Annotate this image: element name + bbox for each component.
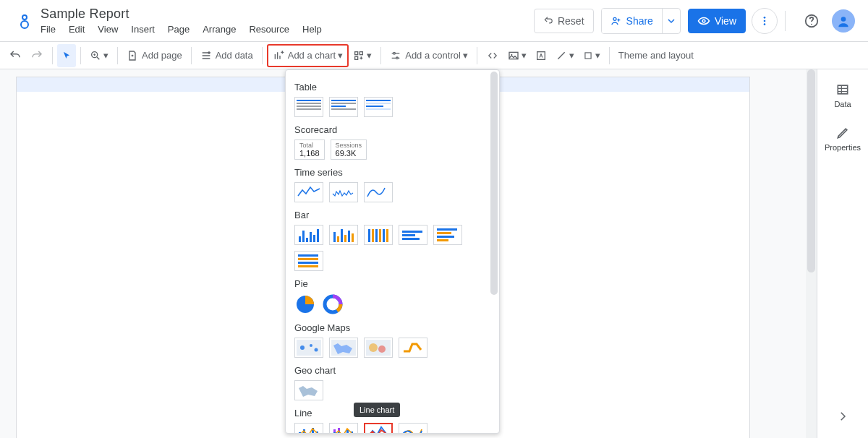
chart-type-sparkline[interactable] (329, 182, 358, 202)
account-button[interactable] (830, 8, 856, 34)
zoom-icon (90, 50, 101, 61)
menu-help[interactable]: Help (302, 24, 322, 35)
chart-type-time-series[interactable] (294, 182, 323, 202)
avatar-icon (832, 9, 855, 33)
svg-point-3 (702, 20, 705, 22)
svg-point-15 (396, 57, 399, 59)
category-scorecard: Scorecard (294, 124, 490, 135)
chart-type-smooth-time-series[interactable] (364, 182, 393, 202)
chart-type-filled-map[interactable] (329, 338, 358, 358)
menu-view[interactable]: View (98, 24, 118, 35)
doc-title[interactable]: Sample Report (41, 7, 322, 22)
add-page-button[interactable]: Add page (122, 44, 187, 67)
add-chart-button[interactable]: Add a chart▾ (267, 44, 349, 67)
add-chart-label: Add a chart (288, 50, 336, 61)
chart-type-bar[interactable] (399, 225, 427, 245)
chart-type-table-heatmap[interactable] (364, 97, 393, 117)
svg-point-4 (764, 17, 766, 19)
svg-rect-31 (401, 340, 425, 356)
text-button[interactable] (531, 44, 551, 67)
line-icon (556, 50, 567, 61)
more-options-button[interactable] (752, 8, 778, 34)
share-button-group: Share (601, 8, 681, 34)
scorecard-total-value: 1,168 (299, 149, 320, 158)
chart-type-scorecard[interactable]: Total 1,168 (294, 139, 325, 160)
theme-layout-button[interactable]: Theme and layout (614, 44, 698, 67)
svg-point-29 (369, 343, 378, 352)
chart-type-column[interactable] (294, 225, 323, 245)
properties-panel-button[interactable]: Properties (825, 126, 861, 152)
chart-type-geo[interactable] (294, 380, 323, 400)
toolbar: ▾ Add page Add data Add a chart▾ ▾ Add a… (0, 42, 868, 69)
chart-type-pie[interactable] (294, 293, 316, 315)
chart-type-100-stacked-bar[interactable] (294, 251, 323, 271)
help-button[interactable] (799, 8, 825, 34)
selection-tool-button[interactable] (57, 44, 76, 67)
text-icon (535, 50, 547, 61)
svg-point-26 (315, 348, 318, 352)
line-tool-button[interactable]: ▾ (551, 44, 579, 67)
chart-type-stacked-bar[interactable] (433, 225, 462, 245)
image-button[interactable]: ▾ (503, 44, 531, 67)
menu-file[interactable]: File (41, 24, 56, 35)
svg-point-30 (378, 345, 386, 353)
chart-type-scorecard-compact[interactable]: Sessions 69.3K (331, 139, 367, 160)
scorecard-sessions-label: Sessions (336, 142, 362, 149)
expand-rail-button[interactable] (828, 402, 857, 431)
caret-down-icon (668, 17, 675, 25)
dropdown-scrollbar[interactable] (490, 72, 498, 431)
chart-type-table-bars[interactable] (329, 97, 358, 117)
chart-type-bubble-map[interactable] (294, 338, 323, 358)
add-page-icon (127, 50, 138, 61)
chart-type-100-stacked-column[interactable] (364, 225, 393, 245)
add-data-label: Add data (216, 50, 253, 61)
chart-type-heatmap-map[interactable] (364, 338, 393, 358)
view-button[interactable]: View (688, 9, 746, 33)
canvas-scrollbar[interactable] (806, 69, 817, 438)
zoom-button[interactable]: ▾ (85, 44, 113, 67)
share-button[interactable]: Share (602, 9, 662, 33)
undo-button[interactable] (4, 44, 26, 67)
menu-edit[interactable]: Edit (69, 24, 85, 35)
chart-type-table[interactable] (294, 97, 323, 117)
category-geo-chart: Geo chart (294, 365, 490, 376)
menu-arrange[interactable]: Arrange (203, 24, 236, 35)
undo-arrow-icon (543, 16, 553, 26)
svg-point-14 (393, 52, 396, 54)
scorecard-sessions-value: 69.3K (336, 149, 357, 158)
more-vert-icon (759, 15, 770, 27)
category-bar: Bar (294, 210, 490, 220)
add-data-button[interactable]: Add data (196, 44, 258, 67)
community-viz-button[interactable]: ▾ (349, 44, 376, 67)
right-rail: Data Properties (817, 69, 868, 438)
chart-type-stacked-combo[interactable] (329, 423, 358, 433)
view-label: View (715, 15, 736, 27)
add-control-button[interactable]: Add a control▾ (386, 44, 472, 67)
menu-bar: File Edit View Insert Page Arrange Resou… (41, 24, 322, 35)
redo-button[interactable] (26, 44, 48, 67)
shape-tool-button[interactable]: ▾ (579, 44, 605, 67)
add-data-icon (200, 50, 212, 61)
data-panel-button[interactable]: Data (834, 82, 851, 108)
menu-page[interactable]: Page (168, 24, 190, 35)
chart-type-donut[interactable] (322, 293, 344, 315)
url-embed-button[interactable] (482, 44, 503, 67)
add-control-label: Add a control (405, 50, 461, 61)
chart-type-smoothed-line[interactable] (399, 423, 427, 433)
reset-button[interactable]: Reset (534, 9, 594, 33)
svg-rect-18 (537, 51, 545, 59)
slider-icon (390, 50, 401, 61)
chart-type-stacked-column[interactable] (329, 225, 358, 245)
theme-layout-label: Theme and layout (618, 50, 694, 61)
chart-type-combo[interactable] (294, 423, 323, 433)
share-dropdown-button[interactable] (662, 9, 680, 33)
svg-point-1 (21, 21, 28, 28)
menu-insert[interactable]: Insert (131, 24, 155, 35)
chart-type-line-map[interactable] (399, 338, 427, 358)
svg-rect-19 (585, 52, 591, 58)
pencil-icon (835, 126, 850, 140)
grid-plus-icon (353, 50, 365, 61)
chart-type-line[interactable] (364, 423, 393, 433)
menu-resource[interactable]: Resource (249, 24, 289, 35)
share-label: Share (626, 15, 653, 27)
